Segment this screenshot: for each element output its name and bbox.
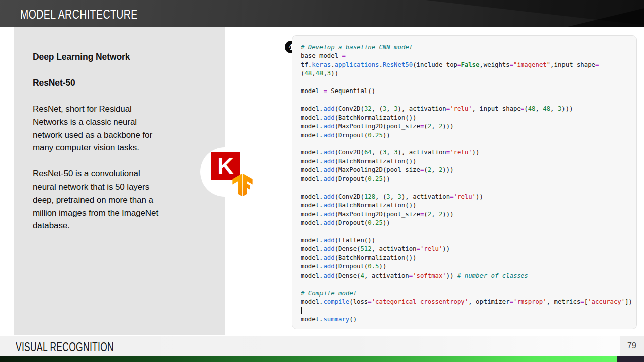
code-token: ))) xyxy=(442,123,453,130)
code-token: , xyxy=(550,105,558,112)
code-token: add xyxy=(323,211,334,218)
code-token: (MaxPooling2D(pool_size xyxy=(335,166,420,173)
code-token: applications xyxy=(335,61,379,68)
code-line: model.add(Dense(4, activation='softmax')… xyxy=(301,272,636,280)
green-gradient-strip xyxy=(0,356,617,362)
code-line: model.add(MaxPooling2D(pool_size=(2, 2))… xyxy=(301,166,636,174)
code-token: )) xyxy=(383,132,390,139)
code-token: 'accuracy' xyxy=(588,298,625,305)
code-token: model. xyxy=(301,263,323,270)
code-token: model. xyxy=(301,219,323,226)
code-token: add xyxy=(323,123,334,130)
code-token: 3 xyxy=(386,193,390,200)
code-token: ]) xyxy=(625,298,632,305)
code-token: ResNet50 xyxy=(383,61,413,68)
code-line xyxy=(301,78,636,87)
code-token: 0.25 xyxy=(368,175,383,183)
code-token: summary xyxy=(323,316,349,323)
code-line: model.add(MaxPooling2D(pool_size=(2, 2))… xyxy=(301,122,636,131)
code-line: model.add(BatchNormalization()) xyxy=(301,157,636,166)
code-token: )) xyxy=(383,219,390,226)
panel-heading-deep-learning: Deep Learning Network xyxy=(33,50,170,63)
code-token: , xyxy=(431,123,439,130)
paragraph-line: ResNet, short for Residual xyxy=(33,103,170,116)
code-token: = xyxy=(342,52,345,59)
code-token: , xyxy=(535,105,543,112)
code-token: 48 xyxy=(528,105,536,112)
code-token: model. xyxy=(301,149,323,156)
code-line: model.add(BatchNormalization()) xyxy=(301,201,636,210)
code-token: model. xyxy=(301,202,323,209)
code-token: = xyxy=(580,298,584,305)
code-token: add xyxy=(323,263,334,270)
code-token: 'rmsprop' xyxy=(513,298,547,305)
code-token: , xyxy=(431,211,439,218)
code-token: = xyxy=(323,87,327,95)
code-token: () xyxy=(349,316,357,323)
code-token: 'relu' xyxy=(454,193,476,200)
paragraph-line: neural network that is 50 layers xyxy=(33,180,170,194)
code-line: model.add(Dropout(0.25)) xyxy=(301,175,636,184)
code-token: model xyxy=(301,87,323,95)
code-token: add xyxy=(323,114,334,121)
code-line: model.add(BatchNormalization()) xyxy=(301,254,636,262)
code-token: model. xyxy=(301,158,323,165)
code-line: model.add(Dropout(0.25)) xyxy=(301,219,636,227)
code-token: model. xyxy=(301,123,323,130)
code-token: ), activation xyxy=(398,149,446,156)
page-number: 79 xyxy=(627,341,636,350)
code-token: = xyxy=(450,193,453,200)
code-lines: # Develop a baseline CNN modelbase_model… xyxy=(301,43,636,324)
code-token: 3 xyxy=(394,149,397,156)
code-line: tf.keras.applications.ResNet50(include_t… xyxy=(301,61,636,69)
slide-header: MODEL ARCHITECTURE xyxy=(0,0,644,27)
code-token: (BatchNormalization()) xyxy=(335,254,417,261)
code-token: ( xyxy=(424,123,427,130)
code-token: = xyxy=(510,298,513,305)
code-token: add xyxy=(323,193,334,200)
slide-footer: VISUAL RECOGNITION 79 xyxy=(0,336,644,356)
code-token: # Compile model xyxy=(301,290,357,297)
code-token: = xyxy=(409,272,413,279)
code-token: 64 xyxy=(364,149,372,156)
code-token: 'softmax' xyxy=(413,272,446,279)
code-token: 0.25 xyxy=(368,132,383,139)
code-line: # Compile model xyxy=(301,289,636,298)
code-token: 'relu' xyxy=(450,105,472,112)
code-token: add xyxy=(323,254,334,261)
code-token: 3 xyxy=(394,105,397,112)
code-token: , xyxy=(312,70,315,77)
code-token: (Dropout( xyxy=(335,263,368,270)
code-token: )) xyxy=(379,263,387,270)
code-token: (MaxPooling2D(pool_size xyxy=(335,211,420,218)
code-token: )) xyxy=(442,245,450,252)
code-token: 0.25 xyxy=(368,219,383,226)
code-token: . xyxy=(379,61,383,68)
code-token: (BatchNormalization()) xyxy=(335,114,417,121)
code-token: add xyxy=(323,272,334,279)
code-token: , ( xyxy=(372,149,383,156)
left-text-panel: Deep Learning Network ResNet-50 ResNet, … xyxy=(14,27,225,335)
code-token: (include_top xyxy=(413,61,457,68)
footer-title: VISUAL RECOGNITION xyxy=(16,340,114,354)
code-line xyxy=(301,96,636,105)
code-token: Sequential() xyxy=(327,87,375,95)
code-token: base_model xyxy=(301,52,342,59)
page-number-box: 79 xyxy=(620,336,644,356)
code-token: add xyxy=(323,132,334,139)
code-token: ( xyxy=(424,166,427,173)
code-token: 'categorical_crossentropy' xyxy=(372,298,469,305)
tensorflow-icon xyxy=(231,174,254,196)
logo-circle: K xyxy=(200,147,250,197)
code-token: add xyxy=(323,149,334,156)
code-token: 3 xyxy=(398,193,401,200)
code-token: model. xyxy=(301,245,323,252)
code-token: (Dense( xyxy=(335,272,361,279)
code-token: (Conv2D( xyxy=(335,105,364,112)
code-token: model. xyxy=(301,272,323,279)
code-token: )) xyxy=(476,193,484,200)
code-line: base_model = xyxy=(301,52,636,60)
code-token: . xyxy=(331,61,334,68)
paragraph-line: deep, pretrained on more than a xyxy=(33,194,170,207)
code-token: 128 xyxy=(364,193,375,200)
